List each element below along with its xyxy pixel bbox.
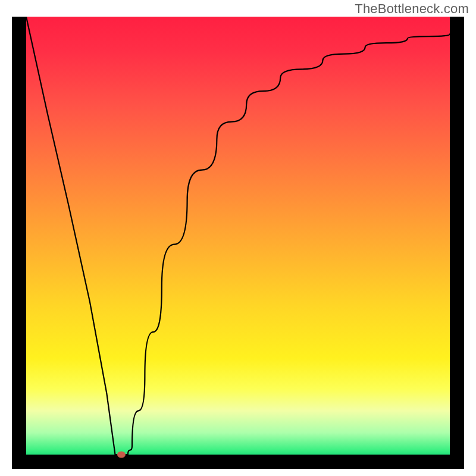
marker-icon: [117, 452, 126, 458]
plot-area: [26, 17, 450, 455]
plot-frame: [12, 17, 464, 469]
chart-wrapper: TheBottleneck.com: [0, 0, 476, 476]
attribution-label: TheBottleneck.com: [355, 1, 469, 17]
curve-svg: [26, 17, 450, 455]
bottleneck-curve: [26, 17, 450, 455]
